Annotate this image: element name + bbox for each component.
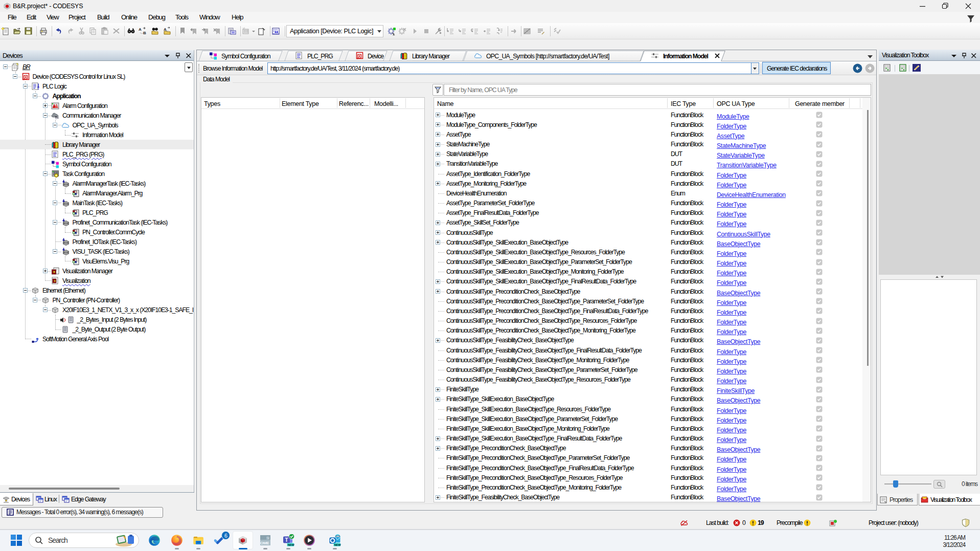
svg-text:T: T	[285, 537, 288, 543]
svg-text:Si: Si	[266, 536, 269, 540]
svg-text:A: A	[139, 27, 142, 32]
svg-text:A: A	[164, 27, 167, 32]
svg-text:6: 6	[224, 533, 227, 539]
svg-text:OME: OME	[260, 541, 269, 545]
svg-text:NEW: NEW	[288, 543, 294, 546]
svg-text:B: B	[143, 31, 146, 35]
svg-text:NEW: NEW	[334, 543, 341, 546]
